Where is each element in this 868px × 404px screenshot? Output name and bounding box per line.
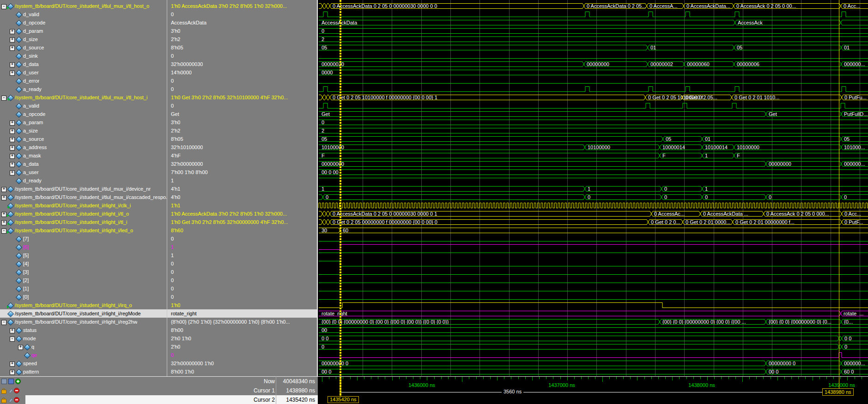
signal-value-row[interactable]: 0	[167, 85, 317, 93]
expander-toggle[interactable]: +	[18, 345, 23, 350]
edit-cursor-icon[interactable]	[1, 379, 7, 384]
timeline-area[interactable]: 1436000 ns1437000 ns1438000 ns1439000 ns…	[318, 377, 868, 404]
signal-wave[interactable]: 1101	[319, 186, 868, 192]
signal-wave[interactable]: 00 0 00	[319, 169, 868, 175]
cursor2-row-icons[interactable]	[0, 397, 25, 403]
signal-wave[interactable]: 00	[319, 344, 868, 350]
now-row-icons[interactable]	[0, 379, 25, 384]
signal-value-row[interactable]: 1'h1	[167, 201, 317, 210]
signal-wave[interactable]	[319, 353, 868, 358]
signal-wave[interactable]	[319, 245, 868, 250]
signal-row[interactable]: [2]	[0, 276, 167, 284]
signal-row[interactable]: a_opcode	[0, 110, 167, 118]
signal-wave[interactable]: 00000000 000000000 0000000...	[319, 361, 868, 366]
signal-row[interactable]: +/system_tb/board/DUT/core_i/student_i/t…	[0, 185, 167, 193]
expander-toggle[interactable]: +	[10, 145, 15, 151]
waveform-canvas[interactable]: 0 AccessAckData 0 2 05 0 00000030 0000 0…	[318, 0, 868, 376]
signal-row[interactable]: d_sink	[0, 52, 167, 60]
signal-value-row[interactable]: 0	[167, 293, 317, 301]
signal-wave[interactable]: 2	[319, 128, 868, 133]
signal-row[interactable]: [3]	[0, 268, 167, 276]
signal-value-row[interactable]: 0	[167, 284, 317, 293]
expander-toggle[interactable]: +	[10, 46, 15, 51]
signal-value-row[interactable]: 1'h0 AccessAckData 3'h0 2'h2 8'h05 1'h0 …	[167, 2, 317, 10]
expander-toggle[interactable]: -	[1, 320, 6, 325]
signal-value-row[interactable]: 1	[167, 251, 317, 259]
signal-wave[interactable]: 00 000 060 0	[319, 369, 868, 374]
signal-row[interactable]: [5]	[0, 251, 167, 259]
signal-row[interactable]: [4]	[0, 259, 167, 268]
signal-value-row[interactable]: 1'h0 Get 3'h0 2'h2 8'h05 32'h00000000 4'…	[167, 218, 317, 226]
signal-wave[interactable]: AccessAckDataAccessAck	[319, 20, 868, 25]
signal-row[interactable]: +/system_tb/board/DUT/core_i/student_i/r…	[0, 210, 167, 218]
signal-row[interactable]: +/system_tb/board/DUT/core_i/student_i/r…	[0, 218, 167, 226]
signal-wave[interactable]: 05050105	[319, 136, 868, 142]
signal-row[interactable]: /system_tb/board/DUT/core_i/student_i/rl…	[0, 301, 167, 309]
signal-row[interactable]: a_valid	[0, 102, 167, 110]
signal-row[interactable]: +pattern	[0, 368, 167, 376]
signal-value-row[interactable]: 8'h05	[167, 135, 317, 143]
signal-value-row[interactable]: 2'h0	[167, 343, 317, 351]
signal-wave[interactable]	[319, 12, 868, 17]
signal-value-row[interactable]: 0	[167, 276, 317, 284]
expander-toggle[interactable]: +	[1, 220, 6, 225]
expander-toggle[interactable]: +	[10, 62, 15, 67]
expander-toggle[interactable]: +	[10, 121, 15, 126]
expander-toggle[interactable]: -	[1, 96, 6, 101]
expander-toggle[interactable]: +	[10, 162, 15, 167]
signal-value-row[interactable]: 32'h00000030	[167, 60, 317, 68]
signal-value-row[interactable]: 2'h2	[167, 127, 317, 135]
expander-toggle[interactable]: +	[10, 71, 15, 76]
expander-toggle[interactable]: +	[1, 195, 6, 200]
signal-wave[interactable]: GetGetPutFullD...	[319, 111, 868, 117]
remove-cursor-icon[interactable]	[14, 397, 19, 403]
signal-row[interactable]: +a_mask	[0, 151, 167, 160]
signal-row[interactable]: [1]	[0, 284, 167, 293]
signal-value-row[interactable]: 2'h2	[167, 35, 317, 43]
add-cursor-icon[interactable]	[15, 379, 21, 384]
signal-wave[interactable]: 0 Get 0 2 05 00000000 f 00000000 {00 0 0…	[319, 219, 868, 225]
signal-value-row[interactable]: 8'h05	[167, 43, 317, 52]
signal-row[interactable]: [0]	[0, 293, 167, 301]
signal-row[interactable]: qe	[0, 351, 167, 359]
signal-row[interactable]: -/system_tb/board/DUT/core_i/student_i/t…	[0, 2, 167, 10]
signal-row[interactable]: +d_size	[0, 35, 167, 43]
lock-icon[interactable]	[1, 399, 6, 403]
signal-value-row[interactable]: Get	[167, 110, 317, 118]
signal-value-row[interactable]: 0	[167, 77, 317, 85]
cursor1-row-icons[interactable]	[0, 388, 25, 394]
signal-value-row[interactable]: 4'hF	[167, 151, 317, 160]
signal-wave[interactable]: 0 00 0	[319, 336, 868, 341]
signal-value-row[interactable]: 3'h0	[167, 27, 317, 35]
signal-wave[interactable]	[319, 303, 868, 308]
signal-wave[interactable]: FF1F	[319, 153, 868, 158]
cursor1-time-box[interactable]: 1438980 ns	[822, 388, 854, 396]
signal-row[interactable]: d_valid	[0, 10, 167, 18]
signal-value-row[interactable]: 32'h10100000	[167, 143, 317, 151]
signal-row[interactable]: +d_param	[0, 27, 167, 35]
expander-toggle[interactable]: +	[10, 328, 15, 333]
signal-value-row[interactable]: 0	[167, 10, 317, 18]
signal-row[interactable]: +a_data	[0, 160, 167, 168]
signal-row[interactable]: -/system_tb/board/DUT/core_i/student_i/t…	[0, 93, 167, 102]
signal-wave[interactable]: 000000	[319, 194, 868, 200]
signal-value-row[interactable]: 4'h1	[167, 185, 317, 193]
signal-wave[interactable]: rotate_rightrotate_...	[319, 311, 868, 316]
signal-wave[interactable]	[319, 103, 868, 109]
signal-wave[interactable]: 00	[319, 327, 868, 333]
signal-value-row[interactable]: 0	[167, 268, 317, 276]
signal-wave[interactable]: {00} {0 0} {00000000 0} {00 0} {{00 0} {…	[319, 319, 868, 325]
signal-row[interactable]: +/system_tb/board/DUT/core_i/student_i/t…	[0, 193, 167, 201]
expander-toggle[interactable]: -	[1, 4, 6, 9]
signal-wave[interactable]: 0 AccessAckData 0 2 05 0 00000030 0000 0…	[319, 3, 868, 9]
signal-row[interactable]: -mode	[0, 334, 167, 343]
signal-row[interactable]: [6]	[0, 243, 167, 251]
cursor1-line[interactable]	[839, 377, 839, 389]
signal-value-row[interactable]: 1'h0 AccessAckData 3'h0 2'h2 8'h05 1'h0 …	[167, 210, 317, 218]
signal-wave[interactable]: 3060	[319, 228, 868, 233]
signal-wave[interactable]	[319, 261, 868, 266]
timeline-ruler[interactable]: 1436000 ns1437000 ns1438000 ns1439000 ns	[318, 377, 868, 388]
signal-value-row[interactable]: 14'h0000	[167, 68, 317, 77]
signal-value-row[interactable]: 4'h0	[167, 193, 317, 201]
signal-value-row[interactable]: 8'h60	[167, 226, 317, 235]
